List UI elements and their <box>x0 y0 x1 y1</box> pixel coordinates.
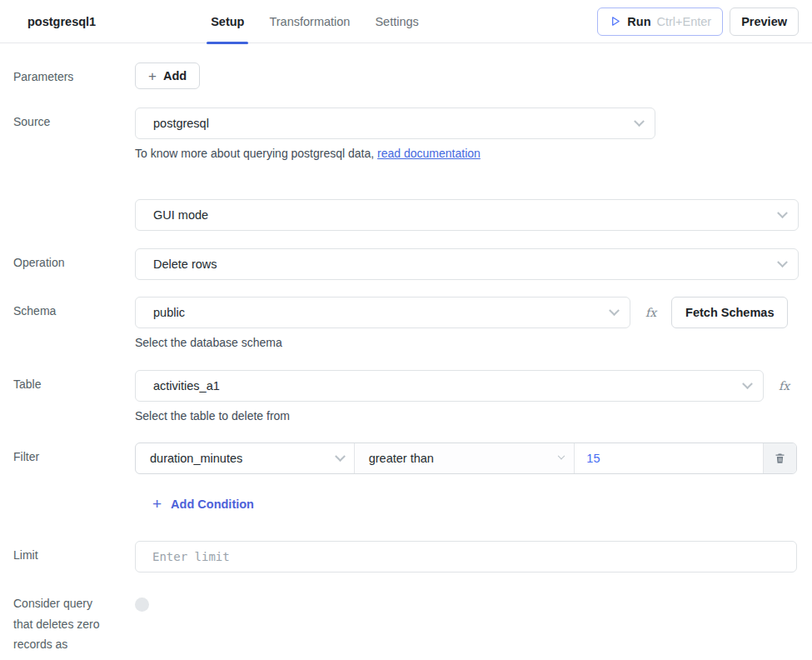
source-help-text: To know more about querying postgresql d… <box>135 147 799 160</box>
filter-operator-value: greater than <box>369 452 560 465</box>
table-row: Table activities_a1 fx Select the table … <box>13 370 799 422</box>
header-tabs: Setup Transformation Settings <box>198 0 431 43</box>
preview-button[interactable]: Preview <box>730 8 799 36</box>
mode-select[interactable]: GUI mode <box>135 199 799 231</box>
filter-column-value: duration_minutes <box>150 452 336 465</box>
query-name: postgresql1 <box>27 15 96 28</box>
table-select-value: activities_a1 <box>153 379 744 392</box>
operation-label: Operation <box>13 248 135 280</box>
schema-select-value: public <box>153 306 610 319</box>
read-documentation-link[interactable]: read documentation <box>377 147 481 160</box>
limit-label: Limit <box>13 541 135 572</box>
schema-help-text: Select the database schema <box>135 336 799 349</box>
fx-icon[interactable]: fx <box>779 379 790 392</box>
chevron-down-icon <box>609 305 620 316</box>
query-header: postgresql1 Setup Transformation Setting… <box>0 0 812 43</box>
play-icon <box>609 15 621 28</box>
table-help-text: Select the table to delete from <box>135 409 799 422</box>
add-parameter-label: Add <box>163 69 187 82</box>
schema-label: Schema <box>13 297 135 349</box>
add-condition-label: Add Condition <box>171 498 254 511</box>
add-parameter-button[interactable]: + Add <box>135 62 200 89</box>
source-select[interactable]: postgresql <box>135 108 655 139</box>
source-row: Source postgresql To know more about que… <box>13 108 799 160</box>
chevron-down-icon <box>558 452 565 459</box>
operation-row: Operation Delete rows <box>13 248 799 280</box>
trash-icon <box>774 452 786 465</box>
run-button[interactable]: Run Ctrl+Enter <box>597 8 723 36</box>
parameters-row: Parameters + Add <box>13 62 799 89</box>
query-setup-form: Parameters + Add Source postgresql To kn… <box>0 62 812 660</box>
tab-transformation[interactable]: Transformation <box>257 0 362 43</box>
filter-value-input[interactable] <box>575 443 763 473</box>
run-shortcut: Ctrl+Enter <box>656 15 711 28</box>
schema-select[interactable]: public <box>135 297 630 328</box>
operation-select[interactable]: Delete rows <box>135 248 799 280</box>
run-label: Run <box>627 15 650 28</box>
plus-icon: + <box>148 69 157 83</box>
operation-select-value: Delete rows <box>153 258 779 271</box>
filter-column-select[interactable]: duration_minutes <box>136 443 355 473</box>
header-actions: Run Ctrl+Enter Preview <box>597 8 799 36</box>
zero-records-toggle[interactable] <box>135 598 149 612</box>
limit-input[interactable] <box>135 541 797 572</box>
filter-value-cell <box>575 443 764 473</box>
delete-condition-button[interactable] <box>764 443 796 473</box>
source-select-value: postgresql <box>153 117 635 130</box>
filter-operator-select[interactable]: greater than <box>355 443 575 473</box>
limit-row: Limit <box>13 541 799 572</box>
table-select[interactable]: activities_a1 <box>135 370 764 402</box>
filter-condition: duration_minutes greater than <box>135 442 797 474</box>
source-label: Source <box>13 108 135 160</box>
parameters-label: Parameters <box>13 62 135 89</box>
tab-settings[interactable]: Settings <box>362 0 431 43</box>
add-condition-button[interactable]: + Add Condition <box>152 496 254 512</box>
plus-icon: + <box>152 496 162 512</box>
zero-records-label: Consider query that deletes zero records… <box>13 592 101 660</box>
chevron-down-icon <box>335 451 346 462</box>
filter-row: Filter duration_minutes greater than <box>13 442 799 512</box>
zero-records-row: Consider query that deletes zero records… <box>13 592 799 660</box>
fx-icon[interactable]: fx <box>645 306 656 319</box>
mode-select-value: GUI mode <box>153 208 779 222</box>
source-help-prefix: To know more about querying postgresql d… <box>135 147 377 160</box>
filter-label: Filter <box>13 442 135 512</box>
chevron-down-icon <box>777 208 788 218</box>
tab-setup[interactable]: Setup <box>198 0 257 43</box>
table-label: Table <box>13 370 135 422</box>
preview-label: Preview <box>741 15 787 28</box>
schema-row: Schema public fx Fetch Schemas Select th… <box>13 297 799 349</box>
chevron-down-icon <box>634 116 645 127</box>
chevron-down-icon <box>742 378 753 389</box>
chevron-down-icon <box>777 257 788 268</box>
fetch-schemas-button[interactable]: Fetch Schemas <box>671 297 788 328</box>
mode-row: GUI mode <box>13 199 799 231</box>
